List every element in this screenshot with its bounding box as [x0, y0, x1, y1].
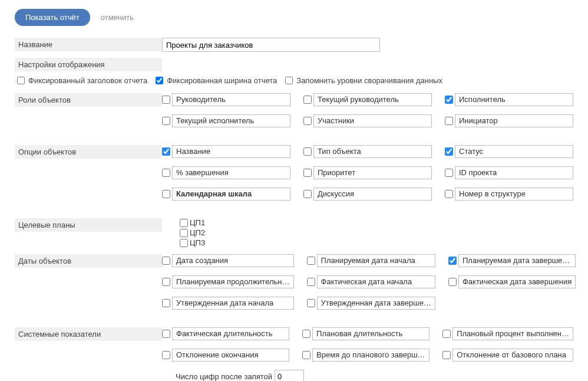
plan-option[interactable]: ЦП2: [180, 228, 573, 237]
option-option[interactable]: Тип объекта: [303, 145, 432, 158]
metric-label-box[interactable]: Фактическая длительность: [172, 327, 289, 340]
date-option[interactable]: Дата создания: [162, 254, 294, 267]
role-checkbox[interactable]: [303, 117, 312, 125]
date-label-box[interactable]: Планируемая дата заверше…: [458, 254, 576, 267]
option-checkbox[interactable]: [303, 147, 312, 156]
option-option[interactable]: ID проекта: [445, 166, 573, 179]
option-option[interactable]: % завершения: [162, 166, 290, 179]
metric-option[interactable]: Плановый процент выполнен…: [442, 327, 573, 340]
role-checkbox[interactable]: [445, 96, 453, 104]
metric-label-box[interactable]: Плановый процент выполнен…: [452, 327, 573, 340]
option-label-box[interactable]: Приоритет: [313, 166, 432, 179]
date-option[interactable]: Планируемая дата заверше…: [448, 254, 576, 267]
date-checkbox[interactable]: [307, 257, 315, 265]
date-checkbox[interactable]: [162, 278, 170, 286]
fixed-width-checkbox[interactable]: [156, 77, 163, 84]
role-checkbox[interactable]: [445, 117, 453, 125]
plan-option[interactable]: ЦП3: [180, 238, 573, 247]
role-checkbox[interactable]: [303, 96, 312, 104]
date-label-box[interactable]: Дата создания: [172, 254, 294, 267]
date-label-box[interactable]: Утвержденная дата заверше…: [317, 297, 435, 310]
metric-label-box[interactable]: Отклонение окончания: [172, 349, 289, 362]
metric-checkbox[interactable]: [162, 351, 170, 359]
role-label-box[interactable]: Участники: [313, 114, 432, 127]
fixed-header-checkbox[interactable]: [17, 77, 25, 84]
metric-option[interactable]: Отклонение от базового плана: [442, 349, 573, 362]
date-option[interactable]: Утвержденная дата начала: [162, 297, 294, 310]
date-option[interactable]: Планируемая продолжительн…: [162, 275, 294, 288]
role-option[interactable]: Инициатор: [445, 114, 573, 127]
option-checkbox[interactable]: [162, 190, 170, 198]
role-label-box[interactable]: Текущий руководитель: [313, 93, 432, 106]
option-checkbox[interactable]: [445, 147, 453, 156]
date-label-box[interactable]: Планируемая продолжительн…: [172, 275, 294, 288]
role-label-box[interactable]: Руководитель: [172, 93, 290, 106]
role-checkbox[interactable]: [162, 96, 170, 104]
role-option[interactable]: Текущий руководитель: [303, 93, 432, 106]
option-label-box[interactable]: ID проекта: [455, 166, 573, 179]
date-label-box[interactable]: Фактическая дата начала: [317, 275, 435, 288]
fixed-header-option[interactable]: Фиксированный заголовок отчета: [15, 75, 147, 86]
option-checkbox[interactable]: [162, 147, 170, 156]
option-option[interactable]: Название: [162, 145, 290, 158]
option-checkbox[interactable]: [445, 190, 453, 198]
option-label-box[interactable]: Название: [172, 145, 290, 158]
name-input[interactable]: [162, 38, 380, 52]
role-option[interactable]: Текущий исполнитель: [162, 114, 290, 127]
date-option[interactable]: Утвержденная дата заверше…: [307, 297, 435, 310]
metric-option[interactable]: Время до планового заверш…: [302, 349, 430, 362]
plan-checkbox[interactable]: [180, 229, 188, 237]
date-checkbox[interactable]: [448, 278, 457, 286]
date-checkbox[interactable]: [162, 257, 170, 265]
date-label-box[interactable]: Утвержденная дата начала: [172, 297, 294, 310]
metric-label-box[interactable]: Плановая длительность: [312, 327, 430, 340]
cancel-button[interactable]: отменить: [101, 13, 134, 22]
metric-checkbox[interactable]: [442, 330, 451, 338]
option-option[interactable]: Приоритет: [303, 166, 432, 179]
option-label-box[interactable]: Дискуссия: [313, 188, 432, 201]
role-option[interactable]: Исполнитель: [445, 93, 573, 106]
metric-checkbox[interactable]: [302, 351, 310, 359]
metric-option[interactable]: Плановая длительность: [302, 327, 430, 340]
role-label-box[interactable]: Инициатор: [455, 114, 573, 127]
option-label-box[interactable]: Календарная шкала: [172, 188, 290, 201]
option-label-box[interactable]: Тип объекта: [313, 145, 432, 158]
date-option[interactable]: Фактическая дата завершения: [448, 275, 576, 288]
metric-checkbox[interactable]: [442, 351, 451, 359]
metric-checkbox[interactable]: [302, 330, 310, 338]
date-checkbox[interactable]: [162, 299, 170, 307]
role-checkbox[interactable]: [162, 117, 170, 125]
metric-label-box[interactable]: Время до планового заверш…: [312, 349, 430, 362]
plan-checkbox[interactable]: [180, 219, 188, 227]
remember-levels-option[interactable]: Запомнить уровни сворачивания данных: [283, 75, 442, 86]
metric-label-box[interactable]: Отклонение от базового плана: [452, 349, 573, 362]
fixed-width-option[interactable]: Фиксированная ширина отчета: [153, 75, 277, 86]
date-checkbox[interactable]: [307, 299, 315, 307]
option-checkbox[interactable]: [303, 169, 312, 177]
option-option[interactable]: Статус: [445, 145, 573, 158]
plan-checkbox[interactable]: [180, 239, 188, 247]
date-checkbox[interactable]: [448, 257, 457, 265]
show-report-button[interactable]: Показать отчёт: [15, 9, 90, 26]
option-checkbox[interactable]: [162, 169, 170, 177]
date-option[interactable]: Планируемая дата начала: [307, 254, 435, 267]
role-option[interactable]: Руководитель: [162, 93, 290, 106]
remember-levels-checkbox[interactable]: [285, 77, 293, 84]
date-label-box[interactable]: Планируемая дата начала: [317, 254, 435, 267]
option-option[interactable]: Календарная шкала: [162, 188, 290, 201]
role-label-box[interactable]: Текущий исполнитель: [172, 114, 290, 127]
date-checkbox[interactable]: [307, 278, 315, 286]
role-option[interactable]: Участники: [303, 114, 432, 127]
metric-option[interactable]: Фактическая длительность: [162, 327, 289, 340]
option-option[interactable]: Номер в структуре: [445, 188, 573, 201]
decimals-input[interactable]: [275, 370, 304, 381]
date-label-box[interactable]: Фактическая дата завершения: [458, 275, 576, 288]
option-checkbox[interactable]: [445, 169, 453, 177]
option-option[interactable]: Дискуссия: [303, 188, 432, 201]
plan-option[interactable]: ЦП1: [180, 218, 573, 227]
date-option[interactable]: Фактическая дата начала: [307, 275, 435, 288]
metric-checkbox[interactable]: [162, 330, 170, 338]
option-label-box[interactable]: Номер в структуре: [455, 188, 573, 201]
option-label-box[interactable]: Статус: [455, 145, 573, 158]
option-checkbox[interactable]: [303, 190, 312, 198]
